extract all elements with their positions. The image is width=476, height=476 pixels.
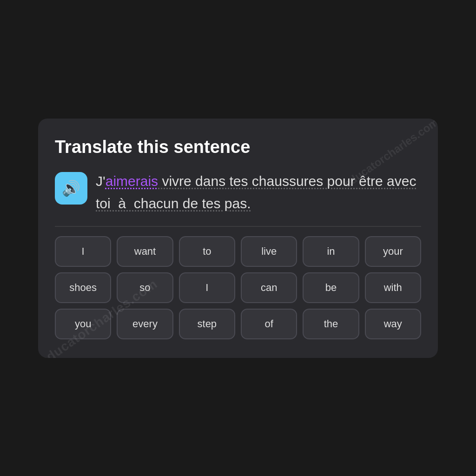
word-grid: I want to live in your shoes so I can be… (55, 236, 421, 339)
word-button-every[interactable]: every (117, 309, 173, 339)
sentence-text: J'aimerais vivre dans tes chaussures pou… (96, 170, 421, 215)
divider (55, 226, 421, 227)
word-button-can[interactable]: can (241, 272, 297, 303)
word-button-with[interactable]: with (365, 272, 421, 303)
word-button-your[interactable]: your (365, 236, 421, 267)
word-button-live[interactable]: live (241, 236, 297, 267)
card: educatorcharles.com educatorcharles.com … (38, 119, 438, 358)
word-button-to[interactable]: to (179, 236, 235, 267)
word-button-so[interactable]: so (117, 272, 173, 303)
word-button-i[interactable]: I (55, 236, 111, 267)
word-row-1: I want to live in your (55, 236, 421, 267)
sentence-highlight-word: aimerais (106, 173, 158, 189)
app-container: educatorcharles.com educatorcharles.com … (0, 0, 476, 476)
word-button-step[interactable]: step (179, 309, 235, 339)
speaker-button[interactable]: 🔊 (55, 172, 87, 205)
speaker-icon: 🔊 (62, 179, 80, 197)
word-button-i2[interactable]: I (179, 272, 235, 303)
word-row-2: shoes so I can be with (55, 272, 421, 303)
word-button-shoes[interactable]: shoes (55, 272, 111, 303)
word-button-want[interactable]: want (117, 236, 173, 267)
word-button-in[interactable]: in (303, 236, 359, 267)
word-button-of[interactable]: of (241, 309, 297, 339)
sentence-area: 🔊 J'aimerais vivre dans tes chaussures p… (55, 170, 421, 215)
word-button-the[interactable]: the (303, 309, 359, 339)
word-button-way[interactable]: way (365, 309, 421, 339)
word-row-3: you every step of the way (55, 309, 421, 339)
word-button-you[interactable]: you (55, 309, 111, 339)
word-button-be[interactable]: be (303, 272, 359, 303)
page-title: Translate this sentence (55, 137, 421, 157)
sentence-part-prefix: J' (96, 173, 106, 189)
